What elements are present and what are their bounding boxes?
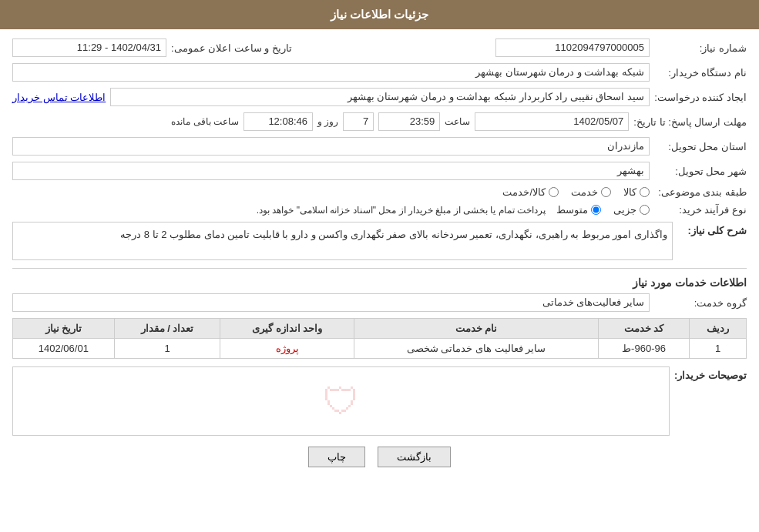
col-date: تاریخ نیاز [13,319,115,339]
city-value: بهشهر [12,162,650,180]
service-table: ردیف کد خدمت نام خدمت واحد اندازه گیری ت… [12,318,747,359]
category-label: طبقه بندی موضوعی: [654,186,747,198]
requester-row: ایجاد کننده درخواست: سید اسحاق نقیبی راد… [12,88,747,106]
deadline-label: مهلت ارسال پاسخ: تا تاریخ: [633,116,747,128]
description-section: شرح کلی نیاز: واگذاری امور مربوط به راهب… [12,222,747,260]
print-button[interactable]: چاپ [308,447,365,467]
province-value: مازندران [12,137,650,156]
radio-motevaset[interactable] [591,205,601,215]
table-header-row: ردیف کد خدمت نام خدمت واحد اندازه گیری ت… [13,319,747,339]
radio-jozi-label: جزیی [613,204,636,216]
radio-khadamat-label: خدمت [571,186,598,198]
process-row: نوع فرآیند خرید: جزیی متوسط پرداخت تمام … [12,204,747,216]
buyer-desc-textarea[interactable] [13,367,669,429]
radio-kala-khadamat-item: کالا/خدمت [502,186,559,198]
day-value: 7 [343,112,374,131]
radio-kala-khadamat-label: کالا/خدمت [502,186,546,198]
buyer-org-label: نام دستگاه خریدار: [654,67,747,79]
table-row: 1960-96-طسایر فعالیت های خدماتی شخصیپروژ… [13,339,747,359]
process-note: پرداخت تمام یا بخشی از مبلغ خریدار از مح… [257,205,546,216]
page-header: جزئیات اطلاعات نیاز [0,0,759,29]
time-label: ساعت [445,116,470,127]
province-row: استان محل تحویل: مازندران [12,137,747,156]
requester-value: سید اسحاق نقیبی راد کاربردار شبکه بهداشت… [110,88,650,106]
announce-value: 1402/04/31 - 11:29 [12,38,166,57]
description-label: شرح کلی نیاز: [677,222,747,236]
deadline-row: مهلت ارسال پاسخ: تا تاریخ: 1402/05/07 سا… [12,112,747,131]
requester-label: ایجاد کننده درخواست: [654,92,747,103]
radio-motevaset-item: متوسط [556,204,601,216]
service-group-value: سایر فعالیت‌های خدماتی [12,293,650,312]
contact-link[interactable]: اطلاعات تماس خریدار [12,92,106,103]
radio-khadamat-item: خدمت [571,186,611,198]
category-row: طبقه بندی موضوعی: کالا خدمت کالا/خدمت [12,186,747,198]
service-group-label: گروه خدمت: [654,297,747,309]
col-name: نام خدمت [354,319,599,339]
col-row: ردیف [690,319,747,339]
buyer-desc-label: توصیحات خریدار: [674,366,747,381]
need-number-row: شماره نیاز: 1102094797000005 تاریخ و ساع… [12,38,747,57]
radio-kala-item: کالا [623,186,650,198]
radio-kala-label: کالا [623,186,636,198]
need-number-label: شماره نیاز: [654,42,747,54]
date-value: 1402/05/07 [475,112,629,131]
buyer-desc-section: توصیحات خریدار: 🛡 [12,366,747,436]
radio-khadamat[interactable] [601,187,611,197]
description-value: واگذاری امور مربوط به راهبری، نگهداری، ت… [12,222,673,260]
back-button[interactable]: بازگشت [378,447,451,467]
province-label: استان محل تحویل: [654,141,747,152]
remaining-label: ساعت باقی مانده [171,116,239,127]
table-cell: 1 [690,339,747,359]
city-row: شهر محل تحویل: بهشهر [12,162,747,180]
need-number-value: 1102094797000005 [495,38,650,57]
table-cell: سایر فعالیت های خدماتی شخصی [354,339,599,359]
radio-jozi[interactable] [640,205,650,215]
buyer-org-row: نام دستگاه خریدار: شبکه بهداشت و درمان ش… [12,63,747,82]
category-radio-group: کالا خدمت کالا/خدمت [502,186,650,198]
buyer-desc-area: 🛡 [12,366,670,436]
radio-kala[interactable] [640,187,650,197]
radio-motevaset-label: متوسط [556,204,588,216]
process-label: نوع فرآیند خرید: [654,204,747,216]
page-title: جزئیات اطلاعات نیاز [331,8,428,21]
day-label: روز و [317,116,338,127]
page-wrapper: جزئیات اطلاعات نیاز شماره نیاز: 11020947… [0,0,759,532]
remaining-value: 12:08:46 [243,112,313,131]
process-radio-group: جزیی متوسط [556,204,650,216]
col-unit: واحد اندازه گیری [220,319,354,339]
table-cell: 960-96-ط [598,339,689,359]
city-label: شهر محل تحویل: [654,166,747,177]
col-qty: تعداد / مقدار [114,319,220,339]
col-code: کد خدمت [598,319,689,339]
radio-jozi-item: جزیی [613,204,650,216]
service-group-row: گروه خدمت: سایر فعالیت‌های خدماتی [12,293,747,312]
radio-kala-khadamat[interactable] [549,187,559,197]
table-cell: پروژه [220,339,354,359]
announce-label: تاریخ و ساعت اعلان عمومی: [171,42,292,54]
buttons-row: بازگشت چاپ [12,447,747,467]
table-cell: 1402/06/01 [13,339,115,359]
buyer-org-value: شبکه بهداشت و درمان شهرستان بهشهر [12,63,650,82]
content-area: شماره نیاز: 1102094797000005 تاریخ و ساع… [0,29,759,477]
divider-1 [12,268,747,269]
time-value: 23:59 [378,112,440,131]
services-header: اطلاعات خدمات مورد نیاز [12,276,747,289]
table-cell: 1 [114,339,220,359]
